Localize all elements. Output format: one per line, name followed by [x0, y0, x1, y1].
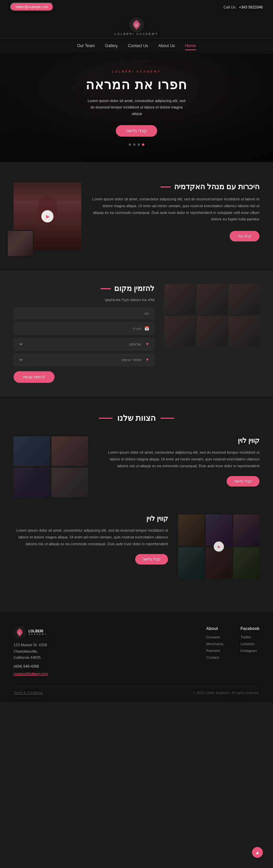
footer-col-social-heading: Facebook — [240, 626, 259, 631]
about-description: Lorem ipsum dolor sit amet, consectetur … — [91, 196, 259, 223]
hero-subtitle: LOLBERI ACADEMY — [86, 70, 187, 73]
showcase-section-header: הצוות שלנו — [14, 413, 259, 423]
about-thumb-image — [7, 230, 34, 257]
date-input[interactable] — [19, 327, 142, 331]
nav-about[interactable]: About Us — [158, 42, 175, 50]
main-nav: Home About Us Contact Us Gallery Our Tea… — [0, 38, 273, 54]
calendar-icon: 📅 — [144, 326, 149, 331]
showcase-cta-2[interactable]: קבלי גלישה — [135, 554, 168, 565]
showcase-item-2: קווין לוין Lorem ipsum dolor sit amet, c… — [14, 514, 259, 579]
booking-submit-button[interactable]: להזמין עכשיו — [14, 371, 55, 383]
showcase-line-left — [161, 418, 174, 419]
hero-description: Lorem ipsum dolor sit amet, consectetur … — [86, 98, 187, 117]
footer-link-growers[interactable]: Growers — [206, 635, 224, 639]
services-field[interactable]: ▼ שירותים — [14, 338, 154, 350]
showcase-name-1: קווין לוין — [98, 436, 259, 445]
footer-link-linkedin[interactable]: LinkedIn — [240, 642, 259, 646]
phone-number: +343 5623346 — [239, 5, 263, 9]
sg-item-1-1 — [51, 436, 88, 466]
persons-field[interactable]: ▼ מספר אנשים — [14, 354, 154, 366]
footer-email-link[interactable]: contact@lolbery.com — [14, 672, 48, 676]
footer-link-merchants[interactable]: Merchants — [206, 642, 224, 646]
footer-brand-name: LOLBERI — [28, 629, 47, 633]
gallery-item-3 — [165, 284, 195, 315]
header: L LOLBERI ACADEMY Home About Us Contact … — [0, 14, 273, 54]
dot-4[interactable] — [129, 143, 131, 146]
phone-info: Call Us: +343 5623346 — [224, 5, 263, 9]
gallery-item-6 — [165, 316, 195, 347]
phone-label: Call Us: — [224, 5, 237, 9]
about-title-line — [161, 186, 171, 188]
showcase-gallery-2 — [178, 514, 259, 579]
date-field[interactable]: 📅 — [14, 322, 154, 335]
booking-gallery — [165, 284, 259, 347]
sg-item-1-3 — [51, 468, 88, 497]
about-text: היכרות עם מנהל האקדמיה Lorem ipsum dolor… — [91, 182, 259, 241]
dot-1[interactable] — [142, 143, 144, 146]
showcase-text-1: קווין לוין Lorem ipsum dolor sit amet, c… — [98, 436, 259, 487]
booking-description: מלא את הטופס וקבל את מקומך — [14, 298, 154, 302]
gallery-item-2 — [197, 284, 228, 315]
showcase-play-button[interactable] — [214, 541, 224, 552]
showcase-line-right — [99, 418, 112, 419]
booking-title-line — [101, 288, 111, 289]
hero-title: חפרו את המראה — [86, 77, 187, 92]
svg-text:L: L — [136, 24, 138, 27]
nav-contact[interactable]: Contact Us — [128, 42, 148, 50]
about-section-label: היכרות עם מנהל האקדמיה — [91, 182, 259, 191]
nav-team[interactable]: Our Team — [77, 42, 94, 50]
footer-brand-tagline: ACADEMY — [28, 633, 47, 635]
sg2-item-5 — [206, 547, 232, 579]
dot-3[interactable] — [133, 143, 135, 146]
dot-2[interactable] — [138, 143, 140, 146]
showcase-desc-2: Lorem ipsum dolor sit amet, consectetur … — [14, 527, 168, 547]
booking-section: להזמין מקום מלא את הטופס וקבל את מקומך 📅… — [0, 271, 273, 396]
footer-link-contact[interactable]: Contact — [206, 655, 224, 659]
footer-col-about: About Growers Merchants Partners Contact — [206, 626, 224, 662]
booking-section-label: להזמין מקום — [14, 284, 154, 293]
about-cta-button[interactable]: קרא עוד — [230, 231, 259, 241]
sg-item-1-2 — [14, 436, 50, 466]
sg2-item-1 — [233, 514, 259, 546]
logo-brand: LOLBERI ACADEMY — [114, 32, 159, 36]
footer-link-twitter[interactable]: Twitter — [240, 635, 259, 639]
showcase-text-2: קווין לוין Lorem ipsum dolor sit amet, c… — [14, 514, 168, 565]
gallery-item-4 — [229, 316, 259, 347]
hero-section: LOLBERI ACADEMY חפרו את המראה Lorem ipsu… — [0, 54, 273, 162]
name-field[interactable] — [14, 308, 154, 319]
showcase-item-1: קווין לוין Lorem ipsum dolor sit amet, c… — [14, 436, 259, 497]
showcase-gallery-1 — [14, 436, 88, 497]
footer-brand: L LOLBERI ACADEMY 123 Market St. #228 Ch… — [14, 626, 68, 676]
nav-gallery[interactable]: Gallery — [105, 42, 118, 50]
footer-link-instagram[interactable]: Instagram — [240, 649, 259, 653]
services-select[interactable]: שירותים — [19, 342, 143, 347]
footer: L LOLBERI ACADEMY 123 Market St. #228 Ch… — [0, 613, 273, 702]
top-bar: Call Us: +343 5623346 lolberi@example.co… — [0, 0, 273, 14]
name-input[interactable] — [19, 311, 149, 315]
persons-chevron-icon: ▼ — [145, 357, 149, 362]
play-button[interactable] — [41, 210, 54, 222]
showcase-title: הצוות שלנו — [117, 413, 156, 423]
showcase-section: הצוות שלנו קווין לוין Lorem ipsum dolor … — [0, 396, 273, 613]
about-image-block — [14, 182, 81, 250]
booking-form: להזמין מקום מלא את הטופס וקבל את מקומך 📅… — [14, 284, 154, 383]
gallery-item-5 — [197, 316, 228, 347]
hero-dots — [129, 143, 144, 146]
hero-content: LOLBERI ACADEMY חפרו את המראה Lorem ipsu… — [86, 70, 187, 136]
showcase-cta-1[interactable]: קבלי גלישה — [227, 476, 259, 487]
booking-title: להזמין מקום — [114, 284, 154, 293]
footer-link-partners[interactable]: Partners — [206, 649, 224, 653]
persons-select[interactable]: מספר אנשים — [19, 357, 143, 362]
footer-copyright: © 2023 Lolberi Academy. All rights reser… — [193, 691, 259, 695]
email-button[interactable]: lolberi@example.com — [10, 3, 54, 11]
sg2-item-3 — [178, 514, 204, 546]
about-section: היכרות עם מנהל האקדמיה Lorem ipsum dolor… — [0, 162, 273, 271]
hero-cta-button[interactable]: קבלי גלישה — [116, 125, 157, 137]
footer-logo: L LOLBERI ACADEMY — [14, 626, 47, 638]
sg-item-1-4 — [14, 468, 50, 497]
footer-terms-link[interactable]: Terms & Conditions — [14, 691, 43, 695]
nav-home[interactable]: Home — [185, 42, 196, 50]
footer-bottom: Terms & Conditions © 2023 Lolberi Academ… — [14, 686, 259, 695]
showcase-name-2: קווין לוין — [14, 514, 168, 522]
logo-area: L LOLBERI ACADEMY — [114, 17, 159, 36]
